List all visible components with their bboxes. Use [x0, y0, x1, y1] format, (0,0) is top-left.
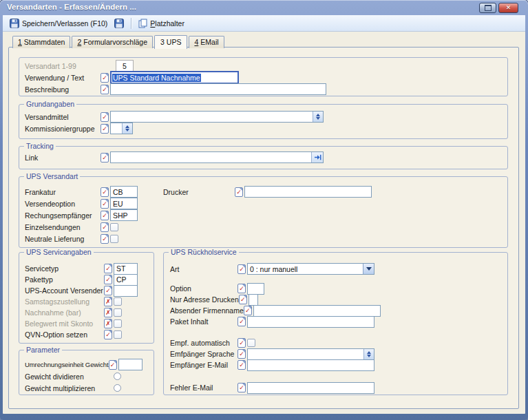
row-ups-account: UPS-Account Versender ✓	[19, 285, 154, 296]
field-check-icon[interactable]: ✓	[237, 284, 246, 293]
paket-inhalt-field[interactable]	[247, 316, 374, 328]
neutrale-lieferung-checkbox[interactable]	[110, 235, 118, 243]
empfaenger-sprache-combo[interactable]	[247, 348, 374, 360]
copy-icon	[138, 19, 147, 28]
open-link-button[interactable]	[311, 152, 323, 162]
versandmittel-input[interactable]	[111, 112, 313, 122]
field-check-icon[interactable]: ✓	[239, 295, 247, 304]
qvn-option-checkbox[interactable]	[114, 330, 122, 339]
umrechnung-label: Umrechnungseinheit Gewicht	[25, 361, 109, 368]
field-check-icon[interactable]: ✓	[101, 124, 109, 134]
field-check-icon[interactable]: ✓	[244, 306, 252, 315]
row-servicetyp: Servicetyp ✓	[19, 263, 154, 274]
field-check-icon[interactable]: ✓	[104, 330, 112, 339]
row-versendeoption: Versendeoption ✓	[19, 198, 507, 209]
kommissioniergruppe-combo[interactable]	[110, 123, 133, 134]
option-label: Option	[170, 284, 237, 293]
field-check-icon[interactable]: ✓	[237, 349, 246, 359]
belegwert-checkbox[interactable]	[114, 319, 122, 328]
rechnungsempfaenger-field[interactable]	[110, 209, 138, 221]
field-check-icon[interactable]: ✓	[101, 73, 109, 83]
row-umrechnung: Umrechnungseinheit Gewicht ✓	[19, 359, 154, 370]
empf-automatisch-label: Empf. automatisch	[170, 339, 237, 347]
paket-inhalt-label: Paket Inhalt	[170, 317, 237, 326]
close-button[interactable]: ✕	[498, 3, 518, 13]
field-cross-icon[interactable]: ✗	[104, 308, 112, 317]
link-input[interactable]	[111, 152, 311, 162]
empfaenger-sprache-input[interactable]	[248, 349, 363, 359]
beschreibung-field[interactable]	[110, 83, 326, 95]
servicetyp-field[interactable]	[114, 263, 138, 275]
verwendung-field[interactable]: UPS Standard Nachnahme	[110, 71, 239, 84]
row-einzelsendungen: Einzelsendungen ✓	[19, 221, 507, 233]
field-cross-icon[interactable]: ✗	[104, 319, 112, 328]
field-check-icon[interactable]: ✓	[101, 112, 109, 122]
group-ups-rueckholservice: UPS Rückholservice Art ✓ 0 : nur manuell…	[163, 252, 508, 395]
field-check-icon[interactable]: ✓	[237, 317, 246, 326]
group-legend: UPS Versandart	[24, 172, 80, 181]
field-check-icon[interactable]: ✓	[101, 187, 109, 197]
drucker-field[interactable]	[244, 186, 372, 198]
spinner-icon[interactable]	[363, 349, 374, 359]
umrechnung-field[interactable]	[118, 359, 142, 370]
save-button[interactable]	[111, 17, 127, 30]
window: Versandarten - Erfassen/Ändern ... ✕ Spe…	[0, 0, 528, 420]
empfaenger-email-field[interactable]	[247, 359, 374, 371]
field-check-icon[interactable]: ✓	[101, 153, 109, 162]
field-cross-icon[interactable]: ✗	[104, 297, 112, 306]
fehler-email-field[interactable]	[247, 382, 374, 394]
field-check-icon[interactable]: ✓	[235, 187, 243, 197]
field-check-icon[interactable]: ✓	[104, 264, 112, 273]
field-check-icon[interactable]: ✓	[237, 338, 246, 348]
tab-stammdaten[interactable]: 1Stammdaten	[12, 36, 70, 48]
pakettyp-field[interactable]	[114, 274, 138, 286]
field-check-icon[interactable]: ✓	[101, 85, 109, 94]
restore-button[interactable]	[479, 3, 496, 13]
ups-account-field[interactable]	[114, 285, 138, 297]
field-check-icon[interactable]: ✓	[237, 264, 246, 274]
chevron-down-icon[interactable]	[363, 264, 374, 274]
empf-automatisch-checkbox[interactable]	[247, 339, 255, 347]
nur-adresse-field[interactable]	[249, 294, 258, 306]
field-check-icon[interactable]: ✓	[101, 199, 109, 209]
row-samstagszustellung: Samstagszustellung ✗	[19, 296, 154, 307]
option-field[interactable]	[247, 283, 264, 295]
field-check-icon[interactable]: ✓	[101, 222, 109, 232]
field-check-icon[interactable]: ✓	[104, 275, 112, 284]
gewicht-multiplizieren-radio[interactable]	[114, 384, 121, 392]
window-title: Versandarten - Erfassen/Ändern ...	[7, 3, 136, 11]
kommissioniergruppe-input[interactable]	[111, 123, 122, 134]
art-label: Art	[170, 265, 237, 273]
nachnahme-checkbox[interactable]	[114, 308, 122, 317]
titlebar[interactable]: Versandarten - Erfassen/Ändern ... ✕	[0, 0, 528, 15]
field-check-icon[interactable]: ✓	[101, 234, 109, 244]
tab-ups[interactable]: 3UPS	[154, 35, 187, 49]
save-exit-button[interactable]: Speichern/Verlassen (F10)	[6, 17, 111, 30]
arrow-right-icon	[314, 154, 321, 160]
art-dropdown[interactable]: 0 : nur manuell	[247, 263, 374, 275]
samstagszustellung-checkbox[interactable]	[114, 297, 122, 306]
field-check-icon[interactable]: ✓	[109, 360, 117, 370]
gewicht-dividieren-radio[interactable]	[114, 372, 121, 380]
versandart-label: Versandart 1-99	[25, 62, 101, 70]
nur-adresse-label: Nur Adresse Drucken	[170, 295, 239, 304]
group-grundangaben: Grundangaben Versandmittel ✓ Kommissioni…	[19, 104, 508, 139]
field-check-icon[interactable]: ✓	[237, 360, 246, 370]
link-field[interactable]	[110, 151, 324, 163]
spinner-icon[interactable]	[122, 123, 132, 134]
field-check-icon[interactable]: ✓	[104, 286, 112, 295]
samstagszustellung-label: Samstagszustellung	[25, 297, 104, 306]
versendeoption-field[interactable]	[110, 198, 138, 209]
field-check-icon[interactable]: ✓	[101, 211, 109, 220]
einzelsendungen-checkbox[interactable]	[110, 223, 118, 231]
tab-formularvorschlaege[interactable]: 2Formularvorschläge	[72, 36, 153, 48]
frankatur-field[interactable]	[110, 186, 138, 198]
tab-email[interactable]: 4EMail	[189, 36, 224, 48]
platzhalter-button[interactable]: Platzhalter	[135, 17, 188, 30]
field-check-icon[interactable]: ✓	[237, 383, 246, 392]
row-versandart: Versandart 1-99	[19, 60, 507, 72]
spinner-icon[interactable]	[313, 112, 323, 122]
absender-firmenname-field[interactable]	[253, 305, 381, 317]
versandmittel-combo[interactable]	[110, 111, 324, 123]
row-gewicht-dividieren: Gewicht dividieren	[19, 370, 154, 382]
